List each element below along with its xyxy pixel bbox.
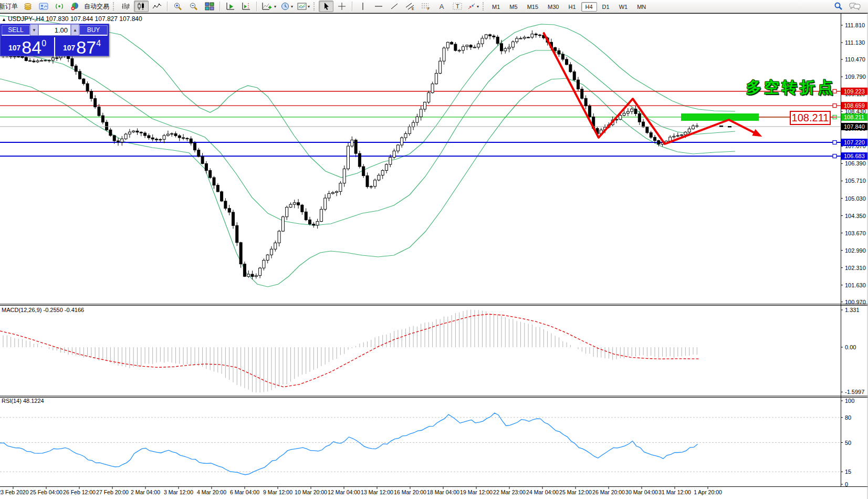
- line-chart-icon[interactable]: [150, 1, 164, 12]
- toolbar-separator: [219, 2, 221, 11]
- timeframe-H4[interactable]: H4: [581, 2, 597, 12]
- buy-price[interactable]: 107874: [55, 36, 109, 57]
- chevron-down-icon: ▾: [291, 4, 293, 9]
- periods-icon[interactable]: ▾: [279, 1, 295, 12]
- svg-text:16 Mar 20:00: 16 Mar 20:00: [394, 489, 426, 495]
- svg-text:106.683: 106.683: [844, 153, 865, 159]
- svg-text:111.810: 111.810: [845, 22, 865, 28]
- zoom-in-icon[interactable]: [171, 1, 185, 12]
- main-toolbar: 新订单 自动交易 ▾ ▾ ▾ E F A T ▾ M1M5M15M30H1H4D…: [0, 0, 868, 13]
- timeframe-M5[interactable]: M5: [505, 2, 521, 12]
- chat-icon[interactable]: [848, 1, 862, 12]
- toolbar-grip: [483, 2, 486, 11]
- svg-text:108.659: 108.659: [844, 102, 865, 109]
- indicators-icon[interactable]: ▾: [260, 1, 278, 12]
- svg-text:25 Mar 12:00: 25 Mar 12:00: [559, 489, 592, 495]
- svg-text:T: T: [456, 3, 459, 9]
- text-tool-icon[interactable]: A: [434, 1, 449, 12]
- price-axis[interactable]: 111.810111.130110.470109.790109.110108.4…: [841, 13, 868, 487]
- horizontal-line-icon[interactable]: [371, 1, 386, 12]
- crosshair-icon[interactable]: [334, 1, 349, 12]
- volume-input[interactable]: 1.00: [38, 24, 71, 36]
- svg-text:101.630: 101.630: [845, 282, 866, 288]
- chevron-down-icon: ▾: [308, 4, 310, 9]
- volume-stepper: ▼ 1.00 ▲: [30, 24, 79, 36]
- timeframe-buttons: M1M5M15M30H1H4D1W1MN: [487, 2, 651, 11]
- chart-shift-icon[interactable]: [239, 1, 254, 12]
- svg-text:102.310: 102.310: [845, 265, 866, 271]
- trendline-icon[interactable]: [387, 1, 402, 12]
- search-icon[interactable]: [831, 1, 845, 12]
- profile-chart-icon[interactable]: [36, 1, 51, 12]
- one-click-trading-panel: SELL ▼ 1.00 ▲ BUY 107840 107874: [0, 24, 109, 56]
- svg-text:F: F: [427, 7, 430, 11]
- vertical-line-icon[interactable]: [355, 1, 370, 12]
- signal-icon[interactable]: [52, 1, 67, 12]
- volume-increase-button[interactable]: ▲: [71, 24, 79, 36]
- autotrading-label[interactable]: 自动交易: [84, 2, 109, 11]
- svg-text:-1.5997: -1.5997: [845, 389, 864, 395]
- toolbar-separator: [352, 2, 353, 11]
- svg-text:13 Mar 12:00: 13 Mar 12:00: [361, 489, 393, 495]
- symbol-title: ▲USDJPY-,H4 107.830 107.844 107.827 107.…: [2, 15, 142, 23]
- svg-text:3 Mar 12:00: 3 Mar 12:00: [164, 489, 193, 495]
- arrows-tool-icon[interactable]: ▾: [466, 1, 480, 12]
- svg-text:24 Mar 04:00: 24 Mar 04:00: [526, 489, 559, 495]
- svg-text:19 Mar 12:00: 19 Mar 12:00: [460, 489, 493, 495]
- chevron-down-icon: ▾: [477, 4, 479, 9]
- svg-text:107.220: 107.220: [844, 139, 865, 145]
- svg-text:104.350: 104.350: [845, 213, 866, 219]
- macd-indicator-label: MACD(12,26,9) -0.2550 -0.4166: [2, 307, 84, 313]
- svg-text:4 Mar 20:00: 4 Mar 20:00: [197, 489, 226, 495]
- svg-text:22 Mar 23:00: 22 Mar 23:00: [493, 489, 526, 495]
- volume-decrease-button[interactable]: ▼: [30, 24, 38, 36]
- auto-scroll-icon[interactable]: [223, 1, 238, 12]
- toolbar-grip: [113, 2, 116, 11]
- cursor-icon[interactable]: [319, 1, 333, 12]
- svg-text:1 Apr 20:00: 1 Apr 20:00: [694, 489, 722, 495]
- timeframe-M15[interactable]: M15: [523, 2, 542, 12]
- timeframe-MN[interactable]: MN: [633, 2, 650, 12]
- svg-text:100: 100: [845, 398, 854, 404]
- svg-text:23 Feb 2020: 23 Feb 2020: [0, 489, 29, 495]
- svg-text:103.670: 103.670: [845, 230, 866, 236]
- svg-text:110.470: 110.470: [845, 56, 865, 63]
- autotrading-icon[interactable]: [68, 1, 82, 12]
- toolbar-grip: [313, 2, 317, 11]
- timeframe-H1[interactable]: H1: [564, 2, 580, 12]
- direction-up-icon: ▲: [2, 17, 6, 22]
- chart-canvas: 111.810111.130110.470109.790109.110108.4…: [0, 0, 868, 499]
- turning-point-annotation[interactable]: 多空转折点: [733, 77, 835, 98]
- svg-text:109.790: 109.790: [845, 74, 866, 80]
- svg-text:26 Mar 20:00: 26 Mar 20:00: [592, 489, 625, 495]
- svg-text:2 Mar 04:00: 2 Mar 04:00: [131, 489, 160, 495]
- timeframe-D1[interactable]: D1: [598, 2, 614, 12]
- svg-text:109.223: 109.223: [844, 88, 865, 95]
- svg-text:107.840: 107.840: [844, 123, 865, 130]
- zoom-out-icon[interactable]: [186, 1, 201, 12]
- sell-price[interactable]: 107840: [1, 36, 54, 57]
- svg-text:26 Feb 12:00: 26 Feb 12:00: [63, 489, 96, 495]
- svg-text:111.130: 111.130: [845, 39, 865, 46]
- chevron-down-icon: ▾: [274, 4, 276, 9]
- sell-button[interactable]: SELL: [2, 25, 30, 36]
- gold-account-icon[interactable]: [20, 1, 35, 12]
- timeframe-M1[interactable]: M1: [488, 2, 504, 12]
- fibonacci-icon[interactable]: F: [419, 1, 433, 12]
- svg-text:50: 50: [845, 440, 851, 446]
- timeframe-M30[interactable]: M30: [543, 2, 563, 12]
- svg-text:31 Mar 12:00: 31 Mar 12:00: [658, 489, 691, 495]
- toolbar-separator: [167, 2, 168, 11]
- svg-text:12 Mar 04:00: 12 Mar 04:00: [328, 489, 360, 495]
- buy-button[interactable]: BUY: [79, 25, 108, 36]
- tile-windows-icon[interactable]: [202, 1, 217, 12]
- level-callout-box[interactable]: 108.211: [790, 111, 831, 125]
- bar-chart-icon[interactable]: [118, 1, 133, 12]
- templates-icon[interactable]: ▾: [296, 1, 311, 12]
- candlestick-chart-icon[interactable]: [134, 1, 149, 12]
- text-label-icon[interactable]: T: [450, 1, 465, 12]
- timeframe-W1[interactable]: W1: [615, 2, 632, 12]
- svg-text:80: 80: [845, 414, 851, 421]
- new-order-button[interactable]: 新订单: [0, 1, 19, 12]
- equidistant-channel-icon[interactable]: E: [403, 1, 417, 12]
